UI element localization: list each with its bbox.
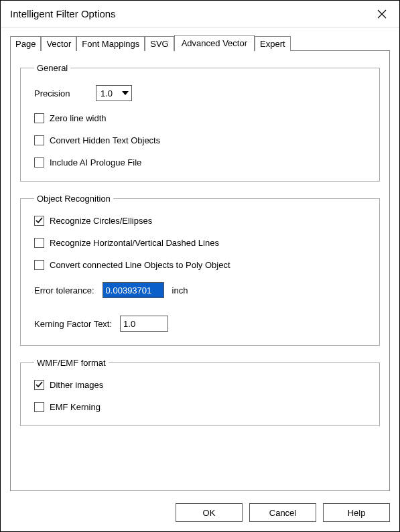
row-convert-hidden: Convert Hidden Text Objects <box>34 135 369 145</box>
tab-font-mappings[interactable]: Font Mappings <box>76 36 145 51</box>
label-recognize-circles: Recognize Circles/Ellipses <box>50 216 152 226</box>
check-icon <box>36 381 43 389</box>
checkbox-dither[interactable] <box>34 380 44 390</box>
checkbox-zero-line-width[interactable] <box>34 113 44 123</box>
precision-combo[interactable]: 1.0 <box>96 85 132 101</box>
checkbox-include-ai[interactable] <box>34 157 44 168</box>
label-kerning: Kerning Factor Text: <box>34 319 112 329</box>
input-error-tolerance[interactable] <box>103 282 164 298</box>
checkbox-recognize-dashed[interactable] <box>34 238 44 248</box>
row-emf-kerning: EMF Kerning <box>34 402 369 412</box>
label-convert-hidden: Convert Hidden Text Objects <box>50 135 160 145</box>
content-area: Page Vector Font Mappings SVG Advanced V… <box>1 27 399 496</box>
help-button[interactable]: Help <box>323 503 390 522</box>
tab-advanced-vector[interactable]: Advanced Vector <box>174 35 255 52</box>
window-title: Intelligent Filter Options <box>10 8 116 19</box>
tab-pane-advanced-vector: General Precision 1.0 Zero line width <box>10 50 390 491</box>
titlebar: Intelligent Filter Options <box>1 1 399 27</box>
row-convert-poly: Convert connected Line Objects to Poly O… <box>34 260 369 270</box>
precision-dropdown-button[interactable] <box>119 86 131 101</box>
row-precision: Precision 1.0 <box>34 85 369 101</box>
button-bar: OK Cancel Help <box>1 496 399 531</box>
row-recognize-circles: Recognize Circles/Ellipses <box>34 216 369 226</box>
dialog-window: Intelligent Filter Options Page Vector F… <box>0 0 400 532</box>
checkbox-convert-hidden[interactable] <box>34 135 44 145</box>
row-recognize-dashed: Recognize Horizontal/Vertical Dashed Lin… <box>34 238 369 248</box>
label-zero-line-width: Zero line width <box>50 113 107 123</box>
checkbox-recognize-circles[interactable] <box>34 216 44 226</box>
checkbox-emf-kerning[interactable] <box>34 402 44 412</box>
group-wmf-emf: WMF/EMF format Dither images EMF Kerning <box>20 358 380 426</box>
label-convert-poly: Convert connected Line Objects to Poly O… <box>50 260 230 270</box>
input-kerning[interactable] <box>120 316 168 332</box>
cancel-button[interactable]: Cancel <box>249 503 316 522</box>
row-error-tolerance: Error tolerance: inch <box>34 282 369 298</box>
tab-vector[interactable]: Vector <box>41 36 76 51</box>
close-icon <box>377 9 387 19</box>
group-object-recognition: Object Recognition Recognize Circles/Ell… <box>20 194 380 346</box>
tab-svg[interactable]: SVG <box>145 36 174 51</box>
chevron-down-icon <box>122 91 129 95</box>
label-error-tolerance: Error tolerance: <box>34 285 94 295</box>
group-general: General Precision 1.0 Zero line width <box>20 63 380 182</box>
label-emf-kerning: EMF Kerning <box>50 402 101 412</box>
ok-button[interactable]: OK <box>176 503 243 522</box>
checkbox-convert-poly[interactable] <box>34 260 44 270</box>
label-dither: Dither images <box>50 380 103 390</box>
row-kerning: Kerning Factor Text: <box>34 316 369 332</box>
row-dither: Dither images <box>34 380 369 390</box>
group-general-legend: General <box>34 63 70 73</box>
precision-value: 1.0 <box>96 88 119 98</box>
label-include-ai: Include AI Prologue File <box>50 157 141 168</box>
precision-label: Precision <box>34 88 96 98</box>
label-error-tolerance-unit: inch <box>172 285 188 295</box>
group-object-recognition-legend: Object Recognition <box>34 194 113 204</box>
row-include-ai: Include AI Prologue File <box>34 157 369 168</box>
label-recognize-dashed: Recognize Horizontal/Vertical Dashed Lin… <box>50 238 219 248</box>
tab-page[interactable]: Page <box>10 36 41 51</box>
tab-expert[interactable]: Expert <box>255 36 291 51</box>
close-button[interactable] <box>373 5 391 23</box>
group-wmf-emf-legend: WMF/EMF format <box>34 358 109 368</box>
row-zero-line-width: Zero line width <box>34 113 369 123</box>
tab-strip: Page Vector Font Mappings SVG Advanced V… <box>10 36 390 51</box>
check-icon <box>36 217 43 224</box>
